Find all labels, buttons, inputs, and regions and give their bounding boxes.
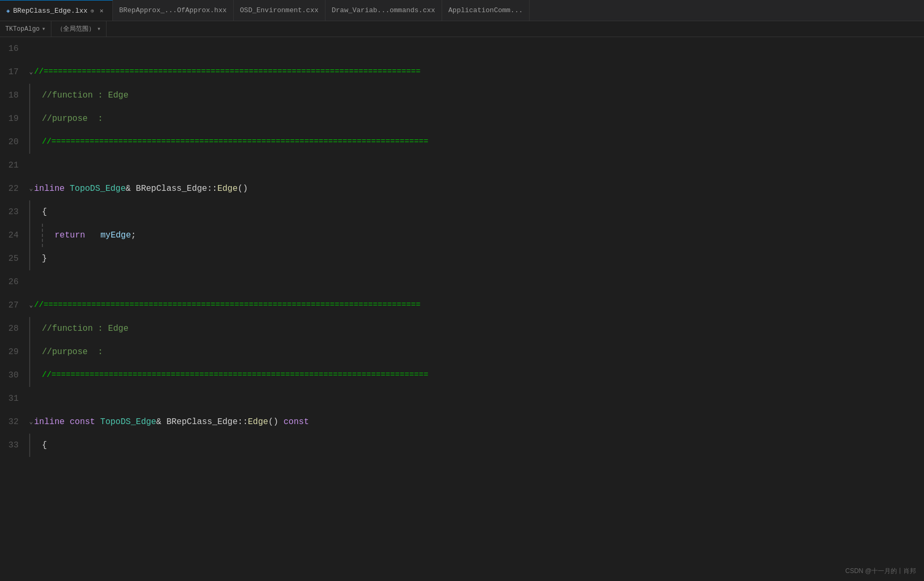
tab-brepclass-edge[interactable]: ◈ BRepClass_Edge.lxx ⊕ ✕ [0, 0, 113, 21]
line-29: 29 //purpose : [0, 340, 924, 364]
comment-function-28: // [42, 317, 52, 340]
line-num-27: 27 [0, 294, 29, 317]
return-keyword-24: return [55, 224, 85, 247]
func-edge-32: Edge [248, 410, 268, 434]
tab-label-4: Draw_Variab...ommands.cxx [332, 6, 435, 14]
scope-left[interactable]: TKTopAlgo ▾ [0, 21, 51, 37]
myedge-24: myEdge [100, 224, 131, 247]
line-33: 33 { [0, 434, 924, 457]
tab-label-3: OSD_Environment.cxx [240, 6, 319, 14]
line-content-30: //======================================… [29, 364, 924, 387]
line-num-21: 21 [0, 154, 29, 177]
tab-bar: ◈ BRepClass_Edge.lxx ⊕ ✕ BRepApprox_...O… [0, 0, 924, 21]
class-32: BRepClass_Edge:: [166, 410, 248, 434]
tab-label-5: ApplicationComm... [448, 6, 523, 14]
line-content-27: ⌄ //====================================… [29, 294, 924, 317]
line-content-24: return myEdge; [29, 224, 924, 247]
comment-edge-18: Edge [108, 84, 128, 107]
line-num-18: 18 [0, 84, 29, 107]
line-31: 31 [0, 387, 924, 410]
comment-purpose-19: //purpose : [42, 107, 103, 130]
line-content-28: //function : Edge [29, 317, 924, 340]
scope-left-label: TKTopAlgo [5, 25, 40, 33]
inline-keyword-32: inline [34, 410, 69, 434]
tab-close-1[interactable]: ✕ [98, 6, 106, 15]
comment-function-18: // [42, 84, 52, 107]
tab-label-1: BRepClass_Edge.lxx [13, 7, 87, 15]
collapse-arrow-22[interactable]: ⌄ [29, 177, 33, 200]
inline-keyword-22: inline [34, 177, 69, 200]
brace-open-23: { [42, 200, 47, 224]
line-22: 22 ⌄ inline TopoDS_Edge& BRepClass_Edge:… [0, 177, 924, 200]
brace-open-33: { [42, 434, 47, 457]
scope-bar: TKTopAlgo ▾ （全局范围） ▾ [0, 21, 924, 37]
line-num-33: 33 [0, 434, 29, 457]
comment-dashes-27: //======================================… [34, 294, 420, 317]
line-num-26: 26 [0, 270, 29, 294]
line-content-23: { [29, 200, 924, 224]
parens-22: () [237, 177, 248, 200]
parens-32: () [268, 410, 284, 434]
line-27: 27 ⌄ //=================================… [0, 294, 924, 317]
line-num-28: 28 [0, 317, 29, 340]
line-24: 24 return myEdge; [0, 224, 924, 247]
line-num-16: 16 [0, 37, 29, 60]
tab-pin-1[interactable]: ⊕ [91, 7, 94, 14]
line-30: 30 //===================================… [0, 364, 924, 387]
line-20: 20 //===================================… [0, 130, 924, 154]
chevron-down-icon-right: ▾ [97, 25, 101, 33]
code-editor[interactable]: 16 17 ⌄ //==============================… [0, 37, 924, 581]
type-topods-32: TopoDS_Edge [100, 410, 156, 434]
line-num-29: 29 [0, 340, 29, 364]
line-num-19: 19 [0, 107, 29, 130]
line-content-33: { [29, 434, 924, 457]
comment-purpose-29: //purpose : [42, 340, 103, 364]
line-32: 32 ⌄ inline const TopoDS_Edge& BRepClass… [0, 410, 924, 434]
comment-dashes-30: //======================================… [42, 364, 428, 387]
class-22: BRepClass_Edge:: [136, 177, 217, 200]
code-container: 16 17 ⌄ //==============================… [0, 37, 924, 457]
comment-dashes-20: //======================================… [42, 130, 428, 154]
chevron-down-icon-left: ▾ [42, 25, 46, 33]
line-18: 18 //function : Edge [0, 84, 924, 107]
line-content-19: //purpose : [29, 107, 924, 130]
collapse-arrow-17[interactable]: ⌄ [29, 60, 33, 84]
watermark: CSDN @十一月的丨肖邦 [845, 567, 916, 576]
line-28: 28 //function : Edge [0, 317, 924, 340]
line-21: 21 [0, 154, 924, 177]
tab-osd-environment[interactable]: OSD_Environment.cxx [234, 0, 325, 21]
const-keyword-32: const [69, 410, 100, 434]
tab-application-comm[interactable]: ApplicationComm... [442, 0, 530, 21]
brace-close-25: } [42, 247, 47, 270]
line-content-32: ⌄ inline const TopoDS_Edge& BRepClass_Ed… [29, 410, 924, 434]
line-content-29: //purpose : [29, 340, 924, 364]
line-content-18: //function : Edge [29, 84, 924, 107]
line-num-31: 31 [0, 387, 29, 410]
tab-draw-variab[interactable]: Draw_Variab...ommands.cxx [325, 0, 442, 21]
comment-dashes-17: //======================================… [34, 60, 420, 84]
line-16: 16 [0, 37, 924, 60]
line-num-24: 24 [0, 224, 29, 247]
scope-right[interactable]: （全局范围） ▾ [51, 21, 107, 37]
line-19: 19 //purpose : [0, 107, 924, 130]
const-keyword2-32: const [284, 410, 309, 434]
collapse-arrow-27[interactable]: ⌄ [29, 294, 33, 317]
amp-32: & [156, 410, 166, 434]
comment-edge-28: Edge [108, 317, 128, 340]
line-content-17: ⌄ //====================================… [29, 60, 924, 84]
line-num-23: 23 [0, 200, 29, 224]
line-content-22: ⌄ inline TopoDS_Edge& BRepClass_Edge::Ed… [29, 177, 924, 200]
func-edge-22: Edge [217, 177, 237, 200]
line-num-22: 22 [0, 177, 29, 200]
type-topods-22: TopoDS_Edge [69, 177, 126, 200]
tab-brepapprox[interactable]: BRepApprox_...OfApprox.hxx [113, 0, 234, 21]
line-content-20: //======================================… [29, 130, 924, 154]
comment-colon-18: : [93, 84, 108, 107]
comment-colon-28: : [93, 317, 108, 340]
collapse-arrow-32[interactable]: ⌄ [29, 410, 33, 434]
line-num-30: 30 [0, 364, 29, 387]
comment-function-keyword-18: function [52, 84, 93, 107]
spaces-24 [85, 224, 101, 247]
tab-label-2: BRepApprox_...OfApprox.hxx [119, 6, 227, 14]
line-num-32: 32 [0, 410, 29, 434]
